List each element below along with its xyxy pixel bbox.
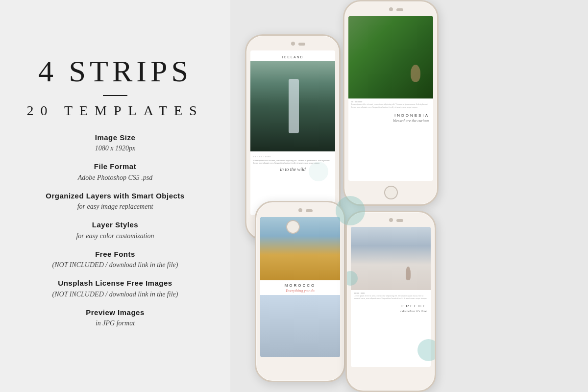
morocco-country: MOROCCO (260, 280, 340, 289)
info-value-6: (NOT INCLUDED / download link in the fil… (52, 289, 178, 299)
info-label-5: Free Fonts (52, 249, 178, 260)
teal-circle-bg-2 (309, 162, 328, 181)
phone-iceland-screen: ICELAND 00 / 00 / 0000 Lorem ipsum dolor… (250, 50, 335, 215)
morocco-photo (260, 217, 340, 280)
iceland-waterfall (250, 61, 335, 151)
indonesia-text: 00 / 00 / 0000 Lorem ipsum dolor sit ame… (348, 98, 433, 110)
info-value-3: for easy image replacement (46, 201, 184, 212)
greece-person (406, 267, 411, 280)
indonesia-phone-home (384, 186, 398, 199)
teal-circle-bg-1 (336, 196, 365, 225)
main-title: 4 STRIPS (38, 56, 192, 86)
phone-morocco: MOROCCO Everything you do (255, 201, 345, 382)
info-label-6: Unsplash License Free Images (52, 278, 178, 289)
morocco-bottom-photo (260, 295, 340, 357)
indonesia-photo (348, 16, 433, 98)
info-label-1: Image Size (95, 132, 136, 144)
info-value-2: Adobe Photoshop CS5 .psd (78, 172, 152, 183)
info-smart-objects: Organized Layers with Smart Objects for … (46, 191, 184, 212)
right-panel: ICELAND 00 / 00 / 0000 Lorem ipsum dolor… (230, 0, 588, 392)
info-label-3: Organized Layers with Smart Objects (46, 191, 184, 202)
info-unsplash: Unsplash License Free Images (NOT INCLUD… (52, 278, 178, 299)
iceland-phone-home (286, 220, 300, 234)
greece-country: GREECE (351, 302, 431, 309)
morocco-cursive: Everything you do (260, 289, 340, 295)
info-layer-styles: Layer Styles for easy color customizatio… (76, 220, 154, 241)
screen-morocco-content: MOROCCO Everything you do (260, 217, 340, 357)
morocco-bottom-strip (260, 295, 340, 357)
phone-greece: 00 / 00 / 0000 Lorem ipsum dolor sit ame… (345, 211, 436, 392)
info-value-1: 1080 x 1920px (95, 143, 136, 153)
indonesia-body: Lorem ipsum dolor sit amet, consectetur … (351, 103, 430, 108)
greece-body: Lorem ipsum dolor sit amet, consectetur … (354, 294, 428, 300)
morocco-desert (260, 217, 340, 280)
info-label-2: File Format (78, 161, 152, 172)
left-panel: 4 STRIPS 20 TEMPLATES Image Size 1080 x … (0, 0, 230, 392)
iceland-country: ICELAND (250, 50, 335, 61)
info-value-4: for easy color customization (76, 231, 154, 241)
info-free-fonts: Free Fonts (NOT INCLUDED / download link… (52, 249, 178, 270)
title-divider (103, 95, 127, 96)
phone-indonesia: 00 / 00 / 0000 Lorem ipsum dolor sit ame… (343, 0, 439, 206)
greece-scene (351, 227, 431, 290)
indonesia-country: INDONESIA (348, 110, 433, 119)
info-label-7: Preview Images (86, 307, 145, 318)
iceland-photo (250, 61, 335, 151)
teal-circle-1 (417, 339, 436, 361)
screen-iceland-content: ICELAND 00 / 00 / 0000 Lorem ipsum dolor… (250, 50, 335, 215)
info-file-format: File Format Adobe Photoshop CS5 .psd (78, 161, 152, 183)
info-value-5: (NOT INCLUDED / download link in the fil… (52, 260, 178, 270)
subtitle: 20 TEMPLATES (26, 103, 203, 119)
greece-cursive: i do beleve it's time (351, 309, 431, 315)
indonesia-cursive: blessed are the curious (348, 119, 433, 123)
iceland-meta: 00 / 00 / 0000 (253, 155, 332, 158)
info-preview-images: Preview Images in JPG format (86, 307, 145, 329)
greece-text: 00 / 00 / 0000 Lorem ipsum dolor sit ame… (351, 290, 431, 302)
info-label-4: Layer Styles (76, 220, 154, 231)
screen-indonesia-content: 00 / 00 / 0000 Lorem ipsum dolor sit ame… (348, 16, 433, 181)
info-value-7: in JPG format (86, 318, 145, 328)
info-image-size: Image Size 1080 x 1920px (95, 132, 136, 154)
indonesia-rice-fields (348, 16, 433, 98)
greece-photo (351, 227, 431, 290)
phone-indonesia-screen: 00 / 00 / 0000 Lorem ipsum dolor sit ame… (348, 16, 433, 181)
phone-morocco-screen: MOROCCO Everything you do (260, 217, 340, 357)
